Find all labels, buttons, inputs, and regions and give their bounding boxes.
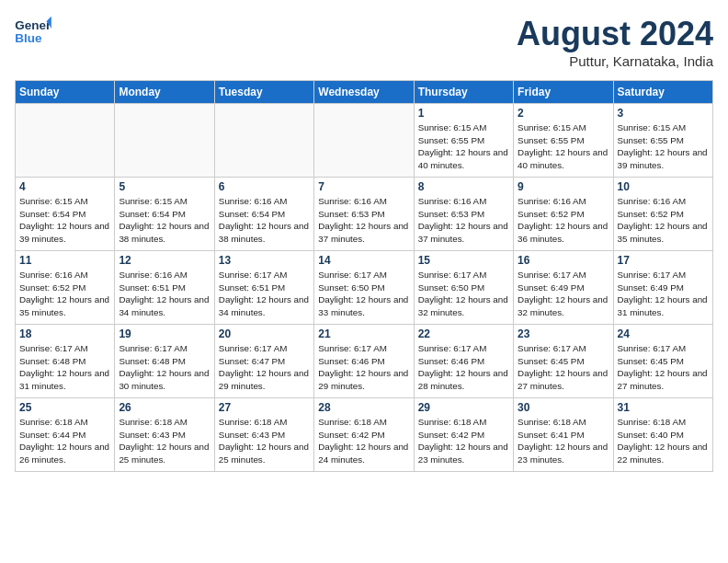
day-number: 3 <box>618 107 709 120</box>
day-info: Sunrise: 6:18 AMSunset: 6:41 PMDaylight:… <box>518 416 609 466</box>
calendar-cell: 23Sunrise: 6:17 AMSunset: 6:45 PMDayligh… <box>514 325 613 398</box>
calendar-week-1: 1Sunrise: 6:15 AMSunset: 6:55 PMDaylight… <box>16 104 713 178</box>
day-info: Sunrise: 6:16 AMSunset: 6:52 PMDaylight:… <box>19 269 110 319</box>
day-info: Sunrise: 6:17 AMSunset: 6:48 PMDaylight:… <box>119 342 210 393</box>
calendar-header-row: SundayMondayTuesdayWednesdayThursdayFrid… <box>16 81 713 104</box>
day-info: Sunrise: 6:17 AMSunset: 6:47 PMDaylight:… <box>219 342 310 393</box>
calendar-cell: 5Sunrise: 6:15 AMSunset: 6:54 PMDaylight… <box>115 178 214 251</box>
page-header: General Blue August 2024 Puttur, Karnata… <box>15 15 713 69</box>
location: Puttur, Karnataka, India <box>517 53 713 69</box>
day-number: 26 <box>119 401 210 414</box>
calendar-cell: 3Sunrise: 6:15 AMSunset: 6:55 PMDaylight… <box>613 104 712 178</box>
day-number: 18 <box>19 327 110 340</box>
day-info: Sunrise: 6:17 AMSunset: 6:49 PMDaylight:… <box>618 269 709 319</box>
day-number: 21 <box>318 327 409 340</box>
calendar-cell: 8Sunrise: 6:16 AMSunset: 6:53 PMDaylight… <box>414 178 513 251</box>
day-info: Sunrise: 6:17 AMSunset: 6:49 PMDaylight:… <box>518 269 609 319</box>
calendar-header-monday: Monday <box>115 81 214 104</box>
calendar-cell: 20Sunrise: 6:17 AMSunset: 6:47 PMDayligh… <box>214 325 313 398</box>
day-number: 1 <box>418 107 509 120</box>
month-title: August 2024 <box>517 15 713 53</box>
calendar-cell <box>115 104 214 178</box>
calendar-week-3: 11Sunrise: 6:16 AMSunset: 6:52 PMDayligh… <box>16 251 713 325</box>
day-info: Sunrise: 6:17 AMSunset: 6:46 PMDaylight:… <box>418 342 509 393</box>
calendar-cell: 17Sunrise: 6:17 AMSunset: 6:49 PMDayligh… <box>613 251 712 325</box>
calendar-cell: 7Sunrise: 6:16 AMSunset: 6:53 PMDaylight… <box>314 178 414 251</box>
calendar-table: SundayMondayTuesdayWednesdayThursdayFrid… <box>15 80 713 472</box>
day-number: 22 <box>418 327 509 340</box>
day-number: 29 <box>418 401 509 414</box>
day-info: Sunrise: 6:16 AMSunset: 6:54 PMDaylight:… <box>219 195 310 246</box>
calendar-week-5: 25Sunrise: 6:18 AMSunset: 6:44 PMDayligh… <box>16 398 713 472</box>
day-info: Sunrise: 6:17 AMSunset: 6:45 PMDaylight:… <box>618 342 709 393</box>
calendar-cell: 19Sunrise: 6:17 AMSunset: 6:48 PMDayligh… <box>115 325 214 398</box>
day-number: 16 <box>518 254 609 267</box>
day-number: 23 <box>518 327 609 340</box>
calendar-cell: 2Sunrise: 6:15 AMSunset: 6:55 PMDaylight… <box>514 104 613 178</box>
svg-text:Blue: Blue <box>15 31 42 45</box>
calendar-cell: 11Sunrise: 6:16 AMSunset: 6:52 PMDayligh… <box>16 251 115 325</box>
calendar-cell: 29Sunrise: 6:18 AMSunset: 6:42 PMDayligh… <box>414 398 513 472</box>
calendar-header-thursday: Thursday <box>414 81 513 104</box>
calendar-cell: 30Sunrise: 6:18 AMSunset: 6:41 PMDayligh… <box>514 398 613 472</box>
day-number: 6 <box>219 180 310 193</box>
calendar-cell: 26Sunrise: 6:18 AMSunset: 6:43 PMDayligh… <box>115 398 214 472</box>
calendar-cell: 21Sunrise: 6:17 AMSunset: 6:46 PMDayligh… <box>314 325 414 398</box>
day-info: Sunrise: 6:16 AMSunset: 6:53 PMDaylight:… <box>318 195 409 246</box>
day-info: Sunrise: 6:15 AMSunset: 6:54 PMDaylight:… <box>119 195 210 246</box>
calendar-cell: 14Sunrise: 6:17 AMSunset: 6:50 PMDayligh… <box>314 251 414 325</box>
calendar-header-saturday: Saturday <box>613 81 712 104</box>
day-number: 10 <box>618 180 709 193</box>
calendar-cell: 24Sunrise: 6:17 AMSunset: 6:45 PMDayligh… <box>613 325 712 398</box>
logo: General Blue <box>15 15 51 48</box>
calendar-header-sunday: Sunday <box>16 81 115 104</box>
calendar-cell: 10Sunrise: 6:16 AMSunset: 6:52 PMDayligh… <box>613 178 712 251</box>
day-number: 20 <box>219 327 310 340</box>
day-info: Sunrise: 6:16 AMSunset: 6:53 PMDaylight:… <box>418 195 509 246</box>
day-number: 15 <box>418 254 509 267</box>
day-number: 2 <box>518 107 609 120</box>
day-info: Sunrise: 6:17 AMSunset: 6:45 PMDaylight:… <box>518 342 609 393</box>
calendar-cell: 13Sunrise: 6:17 AMSunset: 6:51 PMDayligh… <box>214 251 313 325</box>
day-info: Sunrise: 6:15 AMSunset: 6:55 PMDaylight:… <box>418 121 509 172</box>
day-number: 19 <box>119 327 210 340</box>
calendar-cell: 4Sunrise: 6:15 AMSunset: 6:54 PMDaylight… <box>16 178 115 251</box>
day-number: 7 <box>318 180 409 193</box>
calendar-cell: 22Sunrise: 6:17 AMSunset: 6:46 PMDayligh… <box>414 325 513 398</box>
day-info: Sunrise: 6:16 AMSunset: 6:51 PMDaylight:… <box>119 269 210 319</box>
calendar-cell <box>314 104 414 178</box>
day-number: 25 <box>19 401 110 414</box>
calendar-cell: 1Sunrise: 6:15 AMSunset: 6:55 PMDaylight… <box>414 104 513 178</box>
day-number: 17 <box>618 254 709 267</box>
day-info: Sunrise: 6:17 AMSunset: 6:46 PMDaylight:… <box>318 342 409 393</box>
day-number: 24 <box>618 327 709 340</box>
day-info: Sunrise: 6:16 AMSunset: 6:52 PMDaylight:… <box>618 195 709 246</box>
calendar-cell: 28Sunrise: 6:18 AMSunset: 6:42 PMDayligh… <box>314 398 414 472</box>
calendar-cell: 25Sunrise: 6:18 AMSunset: 6:44 PMDayligh… <box>16 398 115 472</box>
calendar-cell <box>16 104 115 178</box>
title-block: August 2024 Puttur, Karnataka, India <box>517 15 713 69</box>
day-number: 11 <box>19 254 110 267</box>
calendar-cell: 18Sunrise: 6:17 AMSunset: 6:48 PMDayligh… <box>16 325 115 398</box>
calendar-cell: 27Sunrise: 6:18 AMSunset: 6:43 PMDayligh… <box>214 398 313 472</box>
day-number: 27 <box>219 401 310 414</box>
calendar-cell: 12Sunrise: 6:16 AMSunset: 6:51 PMDayligh… <box>115 251 214 325</box>
calendar-cell: 16Sunrise: 6:17 AMSunset: 6:49 PMDayligh… <box>514 251 613 325</box>
calendar-header-friday: Friday <box>514 81 613 104</box>
day-info: Sunrise: 6:17 AMSunset: 6:50 PMDaylight:… <box>418 269 509 319</box>
calendar-week-2: 4Sunrise: 6:15 AMSunset: 6:54 PMDaylight… <box>16 178 713 251</box>
calendar-cell <box>214 104 313 178</box>
day-info: Sunrise: 6:15 AMSunset: 6:55 PMDaylight:… <box>618 121 709 172</box>
day-info: Sunrise: 6:18 AMSunset: 6:44 PMDaylight:… <box>19 416 110 466</box>
day-info: Sunrise: 6:18 AMSunset: 6:42 PMDaylight:… <box>318 416 409 466</box>
day-info: Sunrise: 6:18 AMSunset: 6:43 PMDaylight:… <box>119 416 210 466</box>
calendar-cell: 9Sunrise: 6:16 AMSunset: 6:52 PMDaylight… <box>514 178 613 251</box>
calendar-header-wednesday: Wednesday <box>314 81 414 104</box>
day-info: Sunrise: 6:15 AMSunset: 6:55 PMDaylight:… <box>518 121 609 172</box>
day-info: Sunrise: 6:17 AMSunset: 6:48 PMDaylight:… <box>19 342 110 393</box>
day-number: 13 <box>219 254 310 267</box>
day-info: Sunrise: 6:18 AMSunset: 6:42 PMDaylight:… <box>418 416 509 466</box>
day-number: 4 <box>19 180 110 193</box>
calendar-cell: 6Sunrise: 6:16 AMSunset: 6:54 PMDaylight… <box>214 178 313 251</box>
logo-icon: General Blue <box>15 15 51 48</box>
